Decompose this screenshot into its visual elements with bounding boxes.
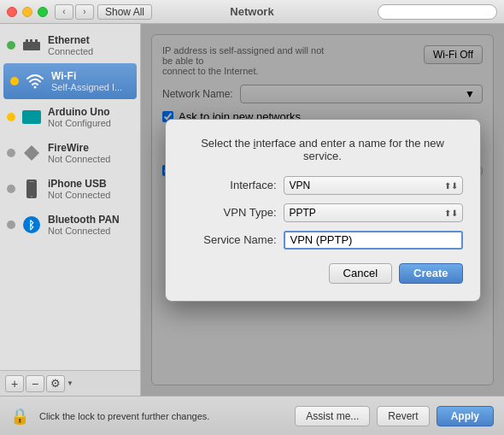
sidebar-toolbar: + − ⚙ ▼ — [0, 370, 140, 396]
firewire-text: FireWire Not Connected — [48, 142, 133, 164]
ethernet-status: Connected — [48, 46, 133, 56]
sidebar-item-arduino[interactable]: Arduino Uno Not Configured — [0, 99, 140, 135]
window-title: Network — [230, 5, 273, 18]
minimize-button[interactable] — [22, 7, 32, 17]
bluetooth-status: Not Connected — [48, 226, 133, 236]
sidebar-item-firewire[interactable]: FireWire Not Connected — [0, 135, 140, 171]
status-dot-wifi — [10, 77, 19, 85]
close-button[interactable] — [7, 7, 17, 17]
firewire-status: Not Connected — [48, 154, 133, 164]
iphone-status: Not Connected — [48, 190, 133, 200]
lock-text: Click the lock to prevent further change… — [39, 411, 288, 421]
window-controls — [7, 7, 48, 17]
vpn-type-select[interactable]: PPTP L2TP over IPSec Cisco IPSec IKEv2 — [284, 203, 463, 222]
iphone-text: iPhone USB Not Connected — [48, 178, 133, 200]
modal-title: Select the interface and enter a name fo… — [183, 137, 463, 162]
arduino-status: Not Configured — [48, 118, 133, 128]
new-service-modal: Select the interface and enter a name fo… — [165, 119, 481, 302]
modal-overlay: Select the interface and enter a name fo… — [141, 24, 504, 396]
vpn-type-select-wrapper: PPTP L2TP over IPSec Cisco IPSec IKEv2 ⬆… — [284, 203, 463, 222]
svg-rect-0 — [23, 42, 40, 50]
bluetooth-name: Bluetooth PAN — [48, 214, 133, 226]
wifi-name: Wi-Fi — [51, 70, 130, 82]
modal-title-prefix: Select the — [201, 137, 253, 150]
svg-point-8 — [31, 196, 32, 197]
revert-button[interactable]: Revert — [377, 406, 429, 426]
arduino-icon — [22, 108, 41, 126]
svg-rect-6 — [26, 179, 37, 198]
sidebar-item-iphone-usb[interactable]: iPhone USB Not Connected — [0, 171, 140, 207]
add-service-button[interactable]: + — [5, 375, 24, 392]
ethernet-icon — [22, 36, 41, 55]
bluetooth-icon: ᛒ — [22, 215, 41, 234]
interface-label: Interface: — [183, 179, 277, 191]
status-dot-iphone — [7, 185, 15, 193]
wifi-icon — [26, 73, 44, 89]
create-button[interactable]: Create — [399, 263, 462, 284]
status-dot-arduino — [7, 113, 15, 121]
svg-point-4 — [34, 86, 37, 89]
interface-select[interactable]: VPN Ethernet Wi-Fi FireWire Bluetooth PA… — [284, 176, 463, 195]
wifi-text: Wi-Fi Self-Assigned I... — [51, 70, 130, 92]
svg-rect-1 — [26, 39, 28, 43]
sidebar-list: Ethernet Connected Wi-Fi Self — [0, 24, 140, 370]
bottom-bar: 🔒 Click the lock to prevent further chan… — [0, 396, 504, 435]
lock-icon[interactable]: 🔒 — [10, 407, 29, 426]
right-panel: IP address is self-assigned and will not… — [141, 24, 504, 396]
assist-me-button[interactable]: Assist me... — [295, 406, 370, 426]
nav-forward-button[interactable]: › — [75, 4, 94, 20]
modal-title-suffix: nterface and enter a name for the new se… — [255, 137, 443, 162]
status-dot-firewire — [7, 149, 15, 157]
svg-rect-7 — [29, 181, 34, 182]
ethernet-name: Ethernet — [48, 34, 133, 46]
svg-rect-2 — [30, 39, 32, 43]
iphone-name: iPhone USB — [48, 178, 133, 190]
firewire-name: FireWire — [48, 142, 133, 154]
nav-buttons: ‹ › — [55, 4, 94, 20]
gear-button[interactable]: ⚙ — [46, 375, 65, 392]
arduino-text: Arduino Uno Not Configured — [48, 106, 133, 128]
cancel-button[interactable]: Cancel — [329, 263, 392, 284]
modal-buttons: Cancel Create — [183, 263, 463, 284]
svg-rect-3 — [35, 39, 38, 43]
iphone-icon — [22, 179, 41, 198]
show-all-button[interactable]: Show All — [97, 4, 152, 20]
maximize-button[interactable] — [38, 7, 48, 17]
remove-service-button[interactable]: − — [26, 375, 44, 392]
sidebar-item-ethernet[interactable]: Ethernet Connected — [0, 27, 140, 63]
interface-select-wrapper: VPN Ethernet Wi-Fi FireWire Bluetooth PA… — [284, 176, 463, 195]
service-name-input[interactable] — [284, 231, 463, 250]
svg-marker-5 — [24, 145, 39, 161]
apply-button[interactable]: Apply — [437, 406, 494, 426]
service-name-row: Service Name: — [183, 231, 463, 250]
ethernet-text: Ethernet Connected — [48, 34, 133, 56]
vpn-type-row: VPN Type: PPTP L2TP over IPSec Cisco IPS… — [183, 203, 463, 222]
search-input[interactable] — [378, 4, 497, 20]
nav-back-button[interactable]: ‹ — [55, 4, 73, 20]
bluetooth-text: Bluetooth PAN Not Connected — [48, 214, 133, 236]
vpn-type-label: VPN Type: — [183, 206, 277, 219]
sidebar-item-wifi[interactable]: Wi-Fi Self-Assigned I... — [3, 63, 137, 99]
sidebar-item-bluetooth[interactable]: ᛒ Bluetooth PAN Not Connected — [0, 207, 140, 243]
arduino-name: Arduino Uno — [48, 106, 133, 118]
gear-chevron: ▼ — [67, 379, 73, 387]
wifi-status: Self-Assigned I... — [51, 82, 130, 92]
sidebar: Ethernet Connected Wi-Fi Self — [0, 24, 141, 396]
firewire-icon — [22, 144, 41, 162]
titlebar: ‹ › Show All Network — [0, 0, 504, 24]
service-name-label: Service Name: — [183, 233, 277, 246]
interface-row: Interface: VPN Ethernet Wi-Fi FireWire B… — [183, 176, 463, 195]
status-dot-ethernet — [7, 41, 15, 50]
main-content: Ethernet Connected Wi-Fi Self — [0, 24, 504, 396]
status-dot-bluetooth — [7, 220, 15, 229]
